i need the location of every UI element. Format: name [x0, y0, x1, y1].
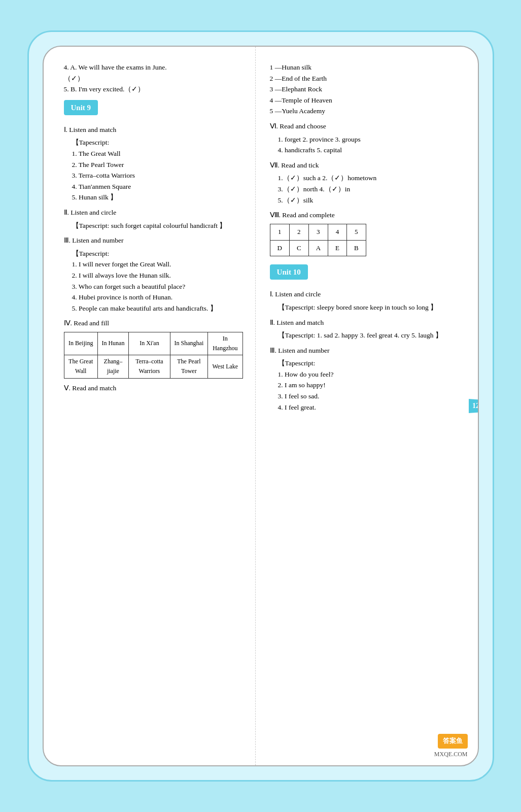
item-I-4: 4. Tian'anmen Square: [64, 181, 243, 192]
ct-A: A: [308, 240, 328, 256]
outer-card: 123 4. A. We will have the exams in June…: [27, 30, 494, 782]
ct-E: E: [328, 240, 347, 256]
VI-line1: 1. forget 2. province 3. groups: [270, 134, 466, 145]
section-VII-title: Ⅶ. Read and tick: [270, 160, 466, 171]
VI-line2: 4. handicrafts 5. capital: [270, 145, 466, 156]
item-III-4: 4. Hubei province is north of Hunan.: [64, 292, 243, 303]
unit10-III-title: Ⅲ. Listen and number: [270, 345, 466, 356]
item-III-5: 5. People can make beautiful arts and ha…: [64, 303, 236, 314]
inner-card: 123 4. A. We will have the exams in June…: [43, 46, 479, 766]
intro-section: 4. A. We will have the exams in June. （✓…: [64, 62, 243, 95]
ct-5: 5: [347, 224, 366, 240]
item-III-1: 1. I will never forget the Great Wall.: [64, 259, 243, 270]
ct-D: D: [270, 240, 289, 256]
unit10-I-tapescript: 【Tapescript: sleepy bored snore keep in …: [270, 302, 466, 313]
watermark-area: 答案鱼 MXQE.COM: [434, 734, 468, 759]
section-I: Ⅰ. Listen and match 【Tapescript: 1. The …: [64, 124, 243, 203]
complete-table: 1 2 3 4 5 D C A E B: [270, 224, 366, 257]
section-VIII-title: Ⅷ. Read and complete: [270, 210, 466, 221]
unit10-III-item-2: 2. I am so happy!: [270, 380, 466, 391]
section-II-title: Ⅱ. Listen and circle: [64, 207, 243, 218]
item-I-2: 2. The Pearl Tower: [64, 159, 243, 171]
th-hunan: In Hunan: [97, 332, 128, 355]
match-4: 4 —Temple of Heaven: [270, 95, 466, 106]
td-pearltower: The Pearl Tower: [170, 355, 207, 378]
section-III-title: Ⅲ. Listen and number: [64, 235, 243, 246]
unit10-III-tapescript-label: 【Tapescript:: [270, 358, 466, 369]
section-VIII: Ⅷ. Read and complete 1 2 3 4 5 D C A E: [270, 210, 466, 256]
section-II: Ⅱ. Listen and circle 【Tapescript: such f…: [64, 207, 243, 231]
watermark-label: 答案鱼: [438, 734, 468, 749]
intro-line2: （✓）: [64, 73, 243, 84]
unit10-section-III: Ⅲ. Listen and number 【Tapescript: 1. How…: [270, 345, 466, 413]
ct-3: 3: [308, 224, 328, 240]
item-I-1: 1. The Great Wall: [64, 148, 243, 159]
section-IV-title: Ⅳ. Read and fill: [64, 318, 243, 329]
item-I-3: 3. Terra–cotta Warriors: [64, 170, 243, 181]
th-beijing: In Beijing: [64, 332, 97, 355]
item-I-5: 5. Hunan silk 】: [64, 192, 243, 203]
match-items: 1 —Hunan silk 2 —End of the Earth 3 —Ele…: [270, 62, 466, 117]
th-hangzhou: In Hangzhou: [208, 332, 243, 355]
ct-4: 4: [328, 224, 347, 240]
ct-B: B: [347, 240, 366, 256]
section-IV: Ⅳ. Read and fill In Beijing In Hunan In …: [64, 318, 243, 378]
item-III-3: 3. Who can forget such a beautiful place…: [64, 281, 236, 292]
unit10-III-item-1: 1. How do you feel?: [270, 369, 466, 380]
VII-item-3: 5.（✓）silk: [270, 195, 466, 206]
unit10-section-I: Ⅰ. Listen and circle 【Tapescript: sleepy…: [270, 289, 466, 313]
tapescript-label-III: 【Tapescript:: [64, 248, 243, 259]
section-VI: Ⅵ. Read and choose 1. forget 2. province…: [270, 121, 466, 156]
intro-line3: 5. B. I'm very excited.（✓）: [64, 84, 243, 95]
match-2: 2 —End of the Earth: [270, 73, 466, 84]
td-zhangjiajie: Zhang–jiajie: [97, 355, 128, 378]
match-1: 1 —Hunan silk: [270, 62, 466, 73]
match-3: 3 —Elephant Rock: [270, 84, 466, 95]
section-VI-title: Ⅵ. Read and choose: [270, 121, 466, 132]
td-westlake: West Lake: [208, 355, 243, 378]
unit10-III-item-4: 4. I feel great.: [270, 402, 466, 413]
ct-1: 1: [270, 224, 289, 240]
intro-line1: 4. A. We will have the exams in June.: [64, 62, 243, 73]
td-terracotta: Terra–cotta Warriors: [128, 355, 170, 378]
fill-table: In Beijing In Hunan In Xi'an In Shanghai…: [64, 332, 243, 379]
th-xian: In Xi'an: [128, 332, 170, 355]
unit10-II-title: Ⅱ. Listen and match: [270, 317, 466, 328]
tapescript-label-I: 【Tapescript:: [64, 137, 243, 148]
unit9-badge: Unit 9: [64, 100, 98, 115]
left-column: 4. A. We will have the exams in June. （✓…: [44, 47, 256, 765]
unit10-II-tapescript: 【Tapescript: 1. sad 2. happy 3. feel gre…: [270, 330, 466, 341]
section-I-title: Ⅰ. Listen and match: [64, 124, 243, 136]
VII-item-2: 3.（✓）north 4.（✓）in: [270, 184, 466, 195]
item-III-2: 2. I will always love the Hunan silk.: [64, 270, 243, 281]
td-greatwall: The Great Wall: [64, 355, 97, 378]
section-VII: Ⅶ. Read and tick 1.（✓）such a 2.（✓）hometo…: [270, 160, 466, 206]
unit10-I-title: Ⅰ. Listen and circle: [270, 289, 466, 300]
section-V-title: Ⅴ. Read and match: [64, 383, 243, 394]
match-5: 5 —Yuelu Academy: [270, 106, 466, 117]
unit10-III-item-3: 3. I feel so sad.: [270, 391, 466, 402]
section-III: Ⅲ. Listen and number 【Tapescript: 1. I w…: [64, 235, 243, 314]
ct-2: 2: [289, 224, 308, 240]
th-shanghai: In Shanghai: [170, 332, 207, 355]
VII-item-1: 1.（✓）such a 2.（✓）hometown: [270, 173, 466, 184]
page-number: 123: [469, 399, 479, 413]
unit10-section-II: Ⅱ. Listen and match 【Tapescript: 1. sad …: [270, 317, 466, 341]
tapescript-II: 【Tapescript: such forget capital colourf…: [64, 220, 243, 231]
right-column: 1 —Hunan silk 2 —End of the Earth 3 —Ele…: [256, 47, 478, 765]
ct-C: C: [289, 240, 308, 256]
watermark-url: MXQE.COM: [434, 750, 468, 759]
unit10-badge: Unit 10: [270, 264, 308, 280]
section-V: Ⅴ. Read and match: [64, 383, 243, 394]
